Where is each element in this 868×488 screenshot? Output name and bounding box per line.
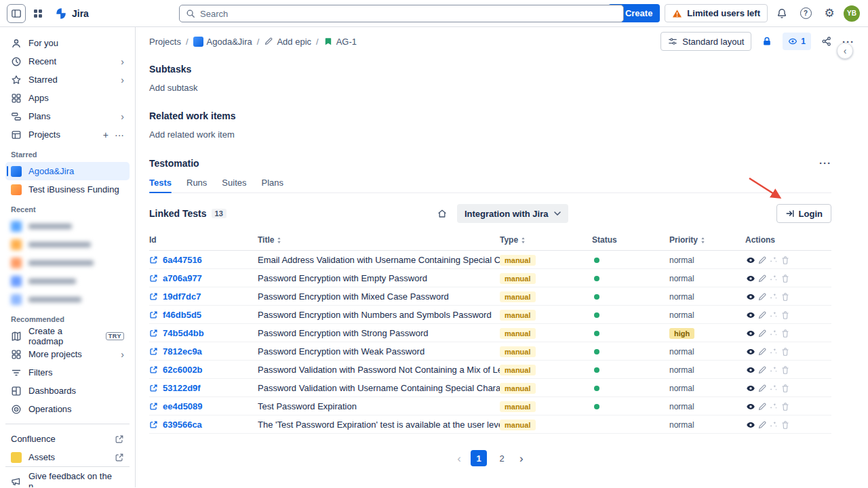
edit-test-button[interactable] <box>757 346 768 357</box>
sidebar-item-operations[interactable]: Operations <box>5 400 130 418</box>
page-1-button[interactable]: 1 <box>471 450 487 466</box>
delete-test-button[interactable] <box>780 328 791 339</box>
test-id-link[interactable]: 7812ec9a <box>149 346 258 357</box>
chevron-right-icon[interactable]: › <box>121 56 124 67</box>
prev-page-button[interactable]: ‹ <box>454 453 464 464</box>
add-related-link[interactable]: Add related work item <box>149 129 831 140</box>
next-page-button[interactable]: › <box>517 453 526 464</box>
edit-test-button[interactable] <box>757 401 768 412</box>
lock-button[interactable] <box>759 33 775 49</box>
add-project-icon[interactable]: + <box>103 130 108 140</box>
edit-test-button[interactable] <box>757 310 768 321</box>
sidebar-item-projects[interactable]: Projects + ··· <box>5 125 130 144</box>
recent-project-blurred[interactable] <box>5 253 130 272</box>
notifications-button[interactable] <box>772 4 791 23</box>
tab-tests[interactable]: Tests <box>149 178 172 188</box>
settings-button[interactable]: ⚙ <box>820 4 839 23</box>
tab-plans[interactable]: Plans <box>262 178 284 188</box>
view-test-button[interactable] <box>745 328 756 339</box>
user-avatar[interactable]: YB <box>844 5 860 22</box>
collapse-panel-button[interactable]: ‹ <box>837 43 853 59</box>
view-test-button[interactable] <box>745 273 756 284</box>
login-button[interactable]: Login <box>776 204 831 223</box>
test-id-link[interactable]: ee4d5089 <box>149 401 258 411</box>
global-search[interactable] <box>179 5 624 22</box>
watchers-button[interactable]: 1 <box>783 33 811 50</box>
view-test-button[interactable] <box>745 346 756 357</box>
edit-test-button[interactable] <box>757 383 768 394</box>
test-id-link[interactable]: 74b5d4bb <box>149 328 258 338</box>
delete-test-button[interactable] <box>780 273 791 284</box>
delete-test-button[interactable] <box>780 401 791 412</box>
test-id-link[interactable]: 6a447516 <box>149 255 258 265</box>
panel-more-button[interactable]: ··· <box>819 157 831 169</box>
edit-test-button[interactable] <box>757 291 768 302</box>
give-feedback-link[interactable]: Give feedback on the n... <box>5 472 130 487</box>
view-test-button[interactable] <box>745 310 756 321</box>
breadcrumb-issue[interactable]: AG-1 <box>323 37 357 47</box>
integration-dropdown[interactable]: Integration with Jira <box>457 204 569 223</box>
more-icon[interactable]: ··· <box>115 130 124 140</box>
sidebar-item-apps[interactable]: Apps <box>5 89 130 107</box>
generate-test-button[interactable] <box>768 310 779 321</box>
limited-users-button[interactable]: Limited users left <box>665 4 768 22</box>
chevron-right-icon[interactable]: › <box>121 111 124 122</box>
test-id-link[interactable]: a706a977 <box>149 273 258 283</box>
edit-test-button[interactable] <box>757 273 768 284</box>
add-subtask-link[interactable]: Add subtask <box>149 83 831 93</box>
breadcrumb-add-epic[interactable]: Add epic <box>264 37 311 47</box>
edit-test-button[interactable] <box>757 420 768 430</box>
tab-runs[interactable]: Runs <box>186 178 207 188</box>
generate-test-button[interactable] <box>768 365 779 375</box>
view-test-button[interactable] <box>745 383 756 394</box>
test-id-link[interactable]: 62c6002b <box>149 365 258 375</box>
test-id-link[interactable]: 19df7dc7 <box>149 291 258 302</box>
view-test-button[interactable] <box>745 291 756 302</box>
sidebar-toggle-button[interactable] <box>7 4 26 23</box>
help-button[interactable]: ? <box>796 4 815 23</box>
search-input[interactable] <box>200 9 617 19</box>
sidebar-item-recent[interactable]: Recent › <box>5 52 130 70</box>
delete-test-button[interactable] <box>780 291 791 302</box>
generate-test-button[interactable] <box>768 346 779 357</box>
recent-project-blurred[interactable] <box>5 272 130 290</box>
test-id-link[interactable]: f46db5d5 <box>149 310 258 320</box>
jira-home-link[interactable]: Jira <box>50 7 93 20</box>
layout-button[interactable]: Standard layout <box>660 32 751 51</box>
breadcrumb-projects[interactable]: Projects <box>149 37 181 47</box>
sidebar-project-test-ibusiness[interactable]: Test iBusiness Funding <box>5 180 130 199</box>
tab-suites[interactable]: Suites <box>222 178 246 188</box>
delete-test-button[interactable] <box>780 365 791 375</box>
generate-test-button[interactable] <box>768 328 779 339</box>
chevron-right-icon[interactable]: › <box>121 349 124 360</box>
generate-test-button[interactable] <box>768 401 779 412</box>
share-button[interactable] <box>818 33 835 49</box>
sidebar-item-dashboards[interactable]: Dashboards <box>5 382 130 400</box>
view-test-button[interactable] <box>745 420 756 430</box>
home-button[interactable] <box>434 205 450 222</box>
delete-test-button[interactable] <box>780 420 791 430</box>
edit-test-button[interactable] <box>757 255 768 266</box>
generate-test-button[interactable] <box>768 255 779 266</box>
column-header-type[interactable]: Type <box>500 232 592 251</box>
view-test-button[interactable] <box>745 255 756 266</box>
breadcrumb-project[interactable]: Agoda&Jira <box>193 37 252 47</box>
recent-project-blurred[interactable] <box>5 235 130 253</box>
delete-test-button[interactable] <box>780 383 791 394</box>
column-header-id[interactable]: Id <box>149 232 258 251</box>
test-id-link[interactable]: 53122d9f <box>149 383 258 393</box>
sidebar-item-confluence[interactable]: Confluence <box>5 430 130 448</box>
chevron-right-icon[interactable]: › <box>121 75 124 85</box>
sidebar-item-plans[interactable]: Plans › <box>5 107 130 125</box>
delete-test-button[interactable] <box>780 310 791 321</box>
delete-test-button[interactable] <box>780 255 791 266</box>
sidebar-project-agoda-jira[interactable]: Agoda&Jira <box>5 162 130 180</box>
recent-project-blurred[interactable] <box>5 217 130 235</box>
generate-test-button[interactable] <box>768 291 779 302</box>
delete-test-button[interactable] <box>780 346 791 357</box>
generate-test-button[interactable] <box>768 273 779 284</box>
recent-project-blurred[interactable] <box>5 290 130 308</box>
generate-test-button[interactable] <box>768 420 779 430</box>
column-header-status[interactable]: Status <box>592 232 669 251</box>
edit-test-button[interactable] <box>757 328 768 339</box>
